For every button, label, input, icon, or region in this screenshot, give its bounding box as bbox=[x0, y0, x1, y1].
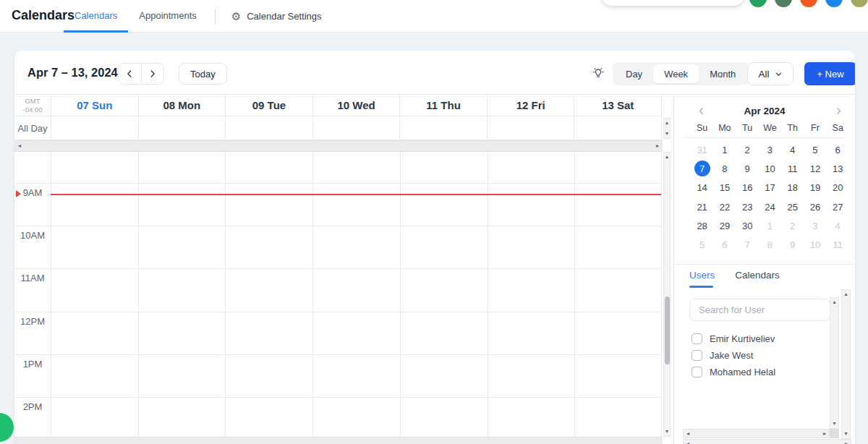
mini-calendar-day[interactable]: 24 bbox=[762, 199, 778, 215]
mini-calendar-day[interactable]: 5 bbox=[807, 142, 823, 158]
scrollbar-thumb[interactable] bbox=[665, 296, 670, 364]
mini-calendar-day[interactable]: 20 bbox=[830, 180, 846, 196]
scroll-up-icon[interactable]: ▴ bbox=[665, 120, 668, 126]
allday-cell[interactable] bbox=[225, 116, 312, 140]
mini-calendar-day[interactable]: 11 bbox=[785, 161, 801, 176]
mini-calendar-day[interactable]: 23 bbox=[739, 199, 755, 215]
mini-calendar-day[interactable]: 2 bbox=[785, 218, 801, 234]
global-search-bar[interactable] bbox=[600, 0, 745, 6]
mini-calendar-day[interactable]: 5 bbox=[694, 237, 710, 253]
next-week-button[interactable] bbox=[142, 64, 164, 84]
mini-calendar-day[interactable]: 7 bbox=[694, 161, 710, 176]
tab-sidebar-calendars[interactable]: Calendars bbox=[735, 270, 780, 281]
mini-calendar-day[interactable]: 2 bbox=[739, 142, 755, 158]
tab-calendars[interactable]: Calendars bbox=[64, 0, 128, 33]
mini-calendar-day[interactable]: 10 bbox=[807, 237, 823, 253]
search-user-input[interactable] bbox=[689, 299, 830, 321]
calendar-settings-link[interactable]: ⚙ Calendar Settings bbox=[223, 0, 331, 33]
allday-scrollbar[interactable]: ▴ ▾ bbox=[663, 118, 671, 139]
lightbulb-icon[interactable] bbox=[591, 66, 605, 80]
view-option-week[interactable]: Week bbox=[653, 64, 699, 83]
mini-calendar-day[interactable]: 14 bbox=[694, 180, 710, 196]
sidebar-scrollbar[interactable]: ▴ ▾ bbox=[841, 289, 851, 439]
user-list-scrollbar[interactable]: ▴ ▾ bbox=[830, 297, 839, 429]
scroll-left-icon[interactable]: ◂ bbox=[686, 431, 689, 437]
mini-calendar-day[interactable]: 4 bbox=[830, 218, 846, 234]
allday-cell[interactable] bbox=[138, 116, 226, 140]
mini-calendar-day[interactable]: 8 bbox=[762, 237, 778, 253]
mini-calendar-day[interactable]: 1 bbox=[717, 142, 733, 158]
avatar-dot[interactable] bbox=[851, 0, 868, 7]
filter-dropdown[interactable]: All bbox=[747, 62, 793, 85]
scroll-down-icon[interactable]: ▾ bbox=[833, 421, 835, 427]
scroll-right-icon[interactable]: ▸ bbox=[656, 143, 659, 149]
mini-calendar-day[interactable]: 27 bbox=[830, 199, 846, 215]
avatar-dot[interactable] bbox=[775, 0, 792, 7]
sidebar-horizontal-scrollbar[interactable]: ◂ ▸ bbox=[683, 439, 851, 444]
mini-calendar-day[interactable]: 25 bbox=[785, 199, 801, 215]
tab-users[interactable]: Users bbox=[689, 270, 715, 281]
scroll-up-icon[interactable]: ▴ bbox=[665, 154, 668, 160]
mini-calendar-day[interactable]: 16 bbox=[739, 180, 755, 196]
today-button[interactable]: Today bbox=[179, 63, 227, 85]
scroll-down-icon[interactable]: ▾ bbox=[665, 131, 668, 137]
mini-calendar-day[interactable]: 11 bbox=[830, 237, 846, 253]
grid-scrollbar[interactable]: ▴ ▾ bbox=[663, 152, 671, 437]
mini-calendar-day[interactable]: 10 bbox=[762, 161, 778, 176]
mini-calendar-day[interactable]: 9 bbox=[785, 237, 801, 253]
horizontal-scrollbar-top[interactable]: ◂ ▸ bbox=[14, 140, 663, 152]
user-row[interactable]: Mohamed Helal bbox=[689, 364, 827, 380]
scroll-right-icon[interactable]: ▸ bbox=[845, 441, 848, 444]
mini-calendar-day[interactable]: 26 bbox=[807, 199, 823, 215]
avatar-dot[interactable] bbox=[749, 0, 767, 7]
mini-calendar-day[interactable]: 12 bbox=[807, 161, 823, 176]
view-option-month[interactable]: Month bbox=[699, 64, 746, 83]
chat-widget-button[interactable] bbox=[0, 413, 14, 442]
mini-calendar-day[interactable]: 4 bbox=[785, 142, 801, 158]
mini-calendar-day[interactable]: 31 bbox=[694, 142, 710, 158]
scroll-down-icon[interactable]: ▾ bbox=[665, 429, 668, 435]
tab-appointments[interactable]: Appointments bbox=[128, 0, 208, 33]
mini-calendar-day[interactable]: 13 bbox=[830, 161, 846, 176]
allday-cell[interactable] bbox=[312, 116, 400, 140]
view-option-day[interactable]: Day bbox=[615, 64, 653, 83]
mini-calendar-day[interactable]: 8 bbox=[717, 161, 733, 176]
scroll-left-icon[interactable]: ◂ bbox=[18, 143, 21, 149]
user-row[interactable]: Emir Kurtiveliev bbox=[689, 330, 827, 347]
mini-calendar-next-button[interactable] bbox=[831, 103, 846, 118]
scroll-down-icon[interactable]: ▾ bbox=[844, 431, 847, 437]
mini-calendar-day[interactable]: 1 bbox=[762, 218, 778, 234]
scroll-up-icon[interactable]: ▴ bbox=[833, 299, 835, 305]
mini-calendar-prev-button[interactable] bbox=[694, 103, 708, 118]
user-list-horizontal-scrollbar[interactable]: ◂ ▸ bbox=[683, 429, 830, 438]
mini-calendar-day[interactable]: 28 bbox=[694, 218, 710, 234]
checkbox-unchecked[interactable] bbox=[692, 367, 702, 377]
mini-calendar-day[interactable]: 18 bbox=[785, 180, 801, 196]
mini-calendar-day[interactable]: 7 bbox=[739, 237, 755, 253]
new-button[interactable]: + New bbox=[804, 62, 855, 85]
mini-calendar-day[interactable]: 21 bbox=[694, 199, 710, 215]
mini-calendar-day[interactable]: 30 bbox=[739, 218, 755, 234]
checkbox-unchecked[interactable] bbox=[692, 333, 702, 344]
prev-week-button[interactable] bbox=[119, 64, 142, 84]
avatar-dot[interactable] bbox=[800, 0, 817, 7]
mini-calendar-day[interactable]: 17 bbox=[762, 180, 778, 196]
horizontal-scrollbar-bottom[interactable]: ◂ ▸ bbox=[14, 437, 663, 444]
scroll-up-icon[interactable]: ▴ bbox=[844, 291, 847, 297]
mini-calendar-day[interactable]: 19 bbox=[807, 180, 823, 196]
mini-calendar-day[interactable]: 29 bbox=[717, 218, 733, 234]
scroll-left-icon[interactable]: ◂ bbox=[686, 441, 689, 444]
checkbox-unchecked[interactable] bbox=[692, 350, 702, 361]
mini-calendar-day[interactable]: 6 bbox=[830, 142, 846, 158]
scroll-right-icon[interactable]: ▸ bbox=[823, 431, 826, 437]
avatar-dot[interactable] bbox=[825, 0, 843, 7]
mini-calendar-day[interactable]: 22 bbox=[717, 199, 733, 215]
mini-calendar-day[interactable]: 6 bbox=[717, 237, 733, 253]
allday-cell[interactable] bbox=[574, 116, 661, 140]
mini-calendar-day[interactable]: 3 bbox=[762, 142, 778, 158]
user-row[interactable]: Jake West bbox=[689, 347, 827, 364]
allday-cell[interactable] bbox=[399, 116, 487, 140]
mini-calendar-day[interactable]: 9 bbox=[739, 161, 755, 176]
allday-cell[interactable] bbox=[487, 116, 574, 140]
allday-cell[interactable] bbox=[51, 116, 138, 140]
